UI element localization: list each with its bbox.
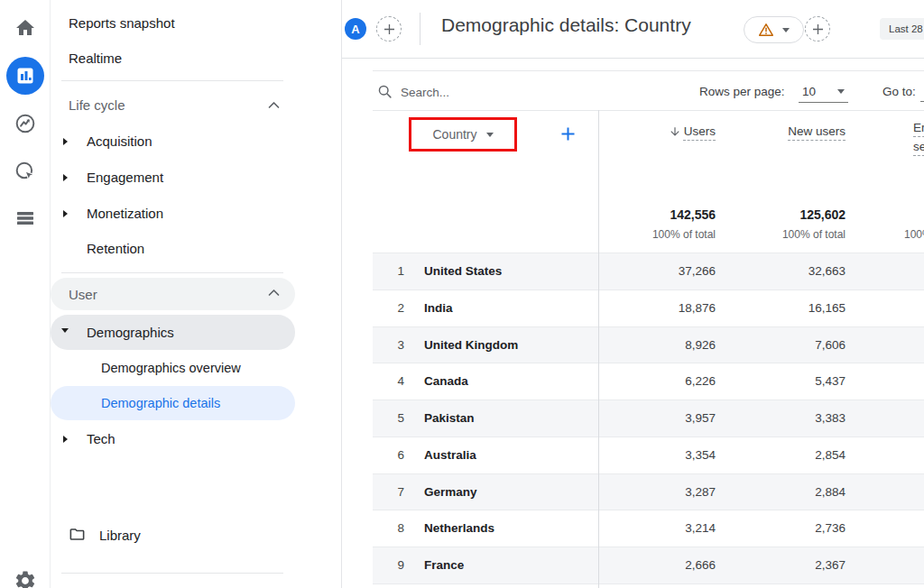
advertising-icon[interactable] [0, 160, 50, 183]
tree-arrow-icon[interactable] [63, 436, 68, 443]
tree-arrow-icon[interactable] [63, 138, 68, 145]
table-row-partial [373, 583, 924, 588]
nav-item-tech[interactable]: Tech [87, 430, 116, 448]
nav-item-realtime[interactable]: Realtime [69, 50, 122, 68]
row-new-users-value: 2,367 [815, 547, 845, 583]
row-country: France [424, 547, 464, 583]
row-rank: 2 [373, 290, 404, 326]
row-users-value: 3,214 [685, 510, 716, 547]
row-new-users-value: 32,663 [808, 253, 845, 289]
table-row: 1 United States 37,266 32,663 [373, 253, 924, 289]
row-rank: 9 [373, 547, 404, 583]
nav-item-demographic-details-selected[interactable]: Demographic details [51, 386, 295, 420]
home-icon[interactable] [0, 17, 50, 39]
nav-item-label: Demographics [87, 325, 174, 340]
row-country: United States [424, 253, 502, 289]
table-row: 9 France 2,666 2,367 [373, 547, 924, 583]
row-users-value: 18,876 [679, 290, 716, 326]
nav-section-life-cycle[interactable]: Life cycle [69, 96, 125, 115]
tree-arrow-expanded-icon[interactable] [61, 328, 69, 333]
column-header-new-users[interactable]: New users [788, 124, 845, 138]
table-row: 5 Pakistan 3,957 3,383 [373, 400, 924, 436]
dimension-selector-country[interactable]: Country [432, 127, 476, 142]
nav-item-demographics[interactable]: Demographics [51, 315, 295, 350]
date-range-selector[interactable]: Last 28 days [880, 18, 924, 40]
row-country: Germany [424, 474, 477, 510]
dropdown-caret-icon [782, 28, 790, 32]
row-rank: 6 [373, 437, 404, 473]
nav-item-acquisition[interactable]: Acquisition [87, 133, 152, 151]
row-users-value: 6,226 [685, 363, 716, 400]
row-rank: 4 [373, 363, 404, 400]
row-new-users-value: 2,884 [815, 474, 845, 510]
plus-icon [560, 126, 576, 142]
nav-item-reports-snapshot[interactable]: Reports snapshot [69, 14, 175, 32]
nav-section-label: User [69, 287, 97, 302]
search-input[interactable] [399, 80, 628, 104]
column-header-engaged-sessions-clipped[interactable]: Engaged sessions [913, 118, 924, 156]
page-title: Demographic details: Country [441, 14, 691, 36]
customize-report-button[interactable] [805, 16, 830, 41]
users-total: 142,556 [670, 207, 716, 222]
nav-item-retention[interactable]: Retention [87, 240, 144, 258]
account-avatar[interactable]: A [345, 18, 366, 40]
table-row: 4 Canada 6,226 5,437 [373, 363, 924, 400]
row-rank: 7 [373, 474, 404, 510]
row-rank: 1 [373, 253, 404, 289]
admin-list-icon[interactable] [0, 207, 50, 229]
row-new-users-value: 7,606 [815, 327, 845, 363]
chevron-up-icon[interactable] [268, 101, 280, 109]
table-row: 2 India 18,876 16,165 [373, 289, 924, 326]
row-rank: 3 [373, 327, 404, 363]
row-users-value: 2,666 [685, 547, 716, 583]
column-header-users[interactable]: Users [669, 124, 716, 138]
row-country: Pakistan [424, 400, 475, 436]
tree-arrow-icon[interactable] [63, 174, 68, 181]
plus-icon [383, 23, 395, 35]
nav-item-engagement[interactable]: Engagement [87, 169, 163, 187]
explore-icon[interactable] [0, 112, 50, 135]
report-table-card: Rows per page: 10 Go to: Country Users N… [341, 58, 924, 588]
chevron-up-icon[interactable] [268, 289, 280, 297]
add-comparison-button[interactable] [376, 16, 402, 41]
sort-descending-arrow-icon [669, 125, 681, 138]
reports-bar-chart-icon[interactable] [0, 57, 50, 95]
row-new-users-value: 3,383 [815, 400, 845, 436]
rows-per-page-select[interactable]: 10 [799, 81, 848, 103]
add-secondary-dimension-button[interactable] [556, 122, 579, 145]
row-users-value: 3,957 [685, 400, 716, 436]
folder-icon [69, 526, 86, 543]
nav-item-monetization[interactable]: Monetization [87, 205, 163, 223]
reports-selected-circle [6, 57, 44, 95]
engaged-sessions-total-percent-clipped: 100% of total [904, 228, 924, 241]
settings-gear-icon[interactable] [0, 569, 50, 588]
nav-item-label: Demographic details [101, 396, 220, 410]
row-new-users-value: 2,854 [815, 437, 845, 473]
annotation-highlight-box: Country [409, 117, 517, 152]
row-country: Netherlands [424, 510, 494, 547]
row-users-value: 3,354 [685, 437, 716, 473]
nav-divider [61, 573, 283, 574]
row-users-value: 3,287 [685, 474, 716, 510]
nav-divider [61, 272, 283, 273]
row-country: Canada [424, 363, 468, 400]
data-quality-warning-button[interactable] [744, 16, 804, 43]
table-body: 1 United States 37,266 32,663 2 India 18… [373, 253, 924, 588]
row-new-users-value: 5,437 [815, 363, 845, 400]
row-country: Australia [424, 437, 476, 473]
dropdown-caret-icon [486, 133, 494, 137]
table-row: 7 Germany 3,287 2,884 [373, 473, 924, 510]
search-magnifier-icon[interactable] [377, 84, 393, 99]
goto-page-label: Go to: [882, 85, 916, 98]
row-users-value: 8,926 [685, 327, 716, 363]
row-new-users-value: 2,736 [815, 510, 845, 547]
report-header: A Demographic details: Country Last 28 d… [341, 0, 924, 59]
row-rank: 8 [373, 510, 404, 547]
goto-page-input[interactable] [920, 87, 924, 102]
header-divider [420, 13, 420, 45]
nav-item-library[interactable]: Library [99, 527, 141, 545]
table-row: 6 Australia 3,354 2,854 [373, 436, 924, 473]
tree-arrow-icon[interactable] [63, 210, 68, 217]
nav-section-user[interactable]: User [51, 278, 295, 310]
nav-item-demographics-overview[interactable]: Demographics overview [101, 359, 241, 377]
